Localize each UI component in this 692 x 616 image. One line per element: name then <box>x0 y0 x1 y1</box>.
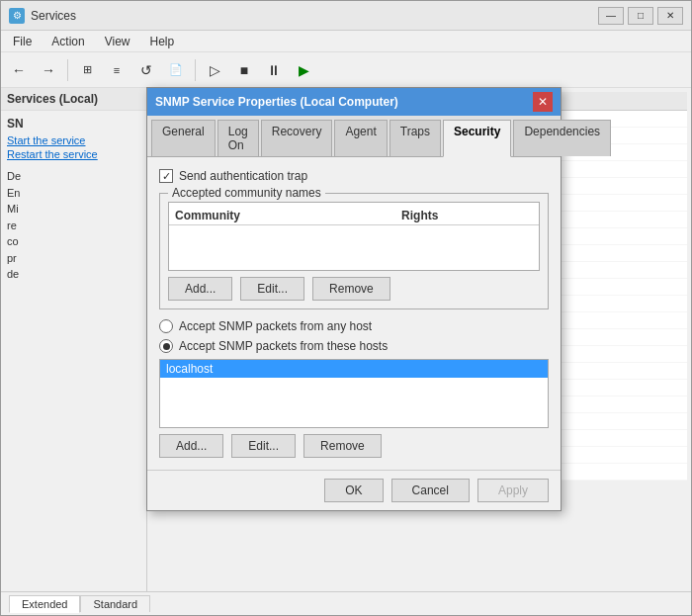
tab-standard[interactable]: Standard <box>80 595 150 612</box>
toolbar-restart[interactable]: ▶ <box>290 56 317 84</box>
radio-these-hosts[interactable] <box>159 339 173 353</box>
host-remove-button[interactable]: Remove <box>303 434 382 458</box>
sidebar: Services (Local) SN Start the service Re… <box>1 88 147 591</box>
tab-traps[interactable]: Traps <box>389 120 441 156</box>
main-window: ⚙ Services — □ ✕ File Action View Help ←… <box>0 0 692 616</box>
dialog-titlebar: SNMP Service Properties (Local Computer)… <box>147 88 561 116</box>
host-edit-button[interactable]: Edit... <box>231 434 296 458</box>
col-rights: Rights <box>395 207 539 225</box>
toolbar-back[interactable]: ← <box>5 56 33 84</box>
minimize-button[interactable]: — <box>598 7 624 25</box>
menu-view[interactable]: View <box>97 33 138 50</box>
dialog-footer: OK Cancel Apply <box>147 470 561 510</box>
dialog-tabs: General Log On Recovery Agent Traps Secu… <box>147 116 561 157</box>
toolbar-refresh[interactable]: ↺ <box>132 56 160 84</box>
toolbar-toggle-view[interactable]: ≡ <box>103 56 130 84</box>
sidebar-link-start[interactable]: Start the service <box>7 134 140 146</box>
menu-help[interactable]: Help <box>142 33 183 50</box>
services-icon: ⚙ <box>9 8 25 24</box>
radio-these-hosts-label: Accept SNMP packets from these hosts <box>179 339 388 353</box>
window-title: Services <box>31 9 76 23</box>
community-names-group: Accepted community names Community Right… <box>159 193 549 309</box>
menu-action[interactable]: Action <box>43 33 92 50</box>
tab-general[interactable]: General <box>151 120 216 156</box>
menu-bar: File Action View Help <box>1 31 691 52</box>
toolbar-sep2 <box>195 59 196 81</box>
radio-any-host-row: Accept SNMP packets from any host <box>159 319 549 333</box>
toolbar-export[interactable]: 📄 <box>162 56 190 84</box>
sidebar-section-title: SN <box>7 117 140 131</box>
menu-file[interactable]: File <box>5 33 40 50</box>
send-auth-trap-checkbox[interactable]: ✓ <box>159 169 173 183</box>
tab-logon[interactable]: Log On <box>217 120 259 156</box>
sidebar-header: Services (Local) <box>1 88 146 111</box>
sidebar-content: SN Start the service Restart the service… <box>1 111 146 591</box>
toolbar: ← → ⊞ ≡ ↺ 📄 ▷ ■ ⏸ ▶ <box>1 52 691 88</box>
dialog-title: SNMP Service Properties (Local Computer) <box>155 95 398 109</box>
title-controls: — □ ✕ <box>598 7 683 25</box>
dialog-close-button[interactable]: ✕ <box>533 92 553 112</box>
host-item-localhost[interactable]: localhost <box>160 360 548 378</box>
toolbar-show-console[interactable]: ⊞ <box>73 56 101 84</box>
toolbar-play[interactable]: ▷ <box>201 56 228 84</box>
dialog-body: ✓ Send authentication trap Accepted comm… <box>147 157 561 470</box>
toolbar-forward[interactable]: → <box>35 56 62 84</box>
community-names-legend: Accepted community names <box>168 186 325 200</box>
apply-button[interactable]: Apply <box>477 479 549 502</box>
host-btn-row: Add... Edit... Remove <box>159 434 549 458</box>
tab-agent[interactable]: Agent <box>334 120 387 156</box>
toolbar-sep1 <box>67 59 68 81</box>
community-remove-button[interactable]: Remove <box>312 277 390 301</box>
toolbar-pause[interactable]: ⏸ <box>260 56 288 84</box>
radio-these-hosts-row: Accept SNMP packets from these hosts <box>159 339 549 353</box>
title-bar-left: ⚙ Services <box>9 8 76 24</box>
status-bar: Extended Standard <box>1 591 691 615</box>
tab-recovery[interactable]: Recovery <box>261 120 333 156</box>
checkbox-row: ✓ Send authentication trap <box>159 169 549 183</box>
tab-dependencies[interactable]: Dependencies <box>513 120 611 156</box>
sidebar-link-restart[interactable]: Restart the service <box>7 148 140 160</box>
cancel-button[interactable]: Cancel <box>391 479 470 502</box>
ok-button[interactable]: OK <box>324 479 383 502</box>
tab-extended[interactable]: Extended <box>9 595 80 613</box>
community-edit-button[interactable]: Edit... <box>240 277 304 301</box>
maximize-button[interactable]: □ <box>628 7 653 25</box>
sidebar-description: DeEnMirecoprde <box>7 168 140 283</box>
col-community: Community <box>169 207 395 225</box>
community-btn-row: Add... Edit... Remove <box>168 277 540 301</box>
send-auth-trap-label: Send authentication trap <box>179 169 307 183</box>
tab-security[interactable]: Security <box>443 120 511 157</box>
close-button[interactable]: ✕ <box>657 7 683 25</box>
community-names-table: Community Rights <box>169 207 539 225</box>
host-add-button[interactable]: Add... <box>159 434 223 458</box>
community-add-button[interactable]: Add... <box>168 277 232 301</box>
radio-any-host-label: Accept SNMP packets from any host <box>179 319 372 333</box>
community-names-table-container: Community Rights <box>168 202 540 271</box>
snmp-dialog: SNMP Service Properties (Local Computer)… <box>146 87 562 511</box>
host-listbox[interactable]: localhost <box>159 359 549 428</box>
radio-any-host[interactable] <box>159 319 173 333</box>
title-bar: ⚙ Services — □ ✕ <box>1 1 691 31</box>
toolbar-stop[interactable]: ■ <box>230 56 258 84</box>
